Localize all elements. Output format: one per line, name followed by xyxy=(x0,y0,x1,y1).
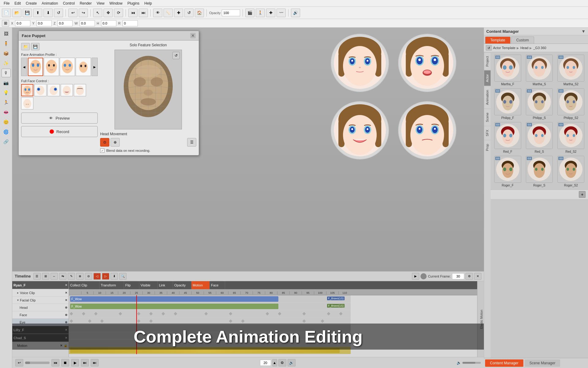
walk-btn[interactable]: 🚶 xyxy=(256,9,265,17)
menu-help[interactable]: Help xyxy=(142,1,154,6)
control-left-eye[interactable] xyxy=(34,84,47,96)
track-eye-icon[interactable]: ✕ xyxy=(65,283,67,287)
save-btn[interactable]: 💾 xyxy=(23,9,32,17)
opacity-input[interactable] xyxy=(222,10,240,16)
bottom-tab-scene-manager[interactable]: Scene Manager xyxy=(525,359,560,367)
volume-slider[interactable] xyxy=(462,362,481,364)
sidebar-scene[interactable]: 🖼 xyxy=(2,29,11,38)
add-content-btn[interactable]: + xyxy=(579,191,586,198)
sidebar-face[interactable]: 😊 xyxy=(2,118,11,126)
col-motion[interactable]: Motion xyxy=(191,281,210,289)
transport-loop-btn[interactable]: ↩ xyxy=(15,359,23,366)
menu-view[interactable]: View xyxy=(94,1,107,6)
control-eyebrow[interactable] xyxy=(74,84,86,96)
sidebar-particle[interactable]: ✨ xyxy=(2,59,11,67)
sidebar-camera[interactable]: 📷 xyxy=(2,79,11,87)
col-transform[interactable]: Transform xyxy=(100,281,124,289)
tl-btn-6[interactable]: ⊕ xyxy=(76,273,84,280)
menu-edit[interactable]: Edit xyxy=(12,1,23,6)
rotate-btn[interactable]: ⟳ xyxy=(114,9,123,17)
next-frame-btn[interactable]: ⏭ xyxy=(139,9,148,17)
open-btn[interactable]: 📂 xyxy=(12,9,21,17)
tl-btn-3[interactable]: ↔ xyxy=(51,273,58,280)
preview-btn[interactable]: 👁 Preview xyxy=(21,113,98,124)
tl-play-btn[interactable]: ▶ xyxy=(412,273,419,280)
head-move-cross-btn[interactable]: ⊕ xyxy=(111,138,120,147)
menu-file[interactable]: File xyxy=(1,1,12,6)
select-btn[interactable]: ↖ xyxy=(93,9,102,17)
record-btn[interactable]: Record xyxy=(21,126,98,137)
tl-btn-1[interactable]: ☰ xyxy=(33,273,41,280)
vtab-project[interactable]: Project xyxy=(484,52,491,70)
fps-up-btn[interactable]: ▲ xyxy=(272,359,277,366)
vtab-actor[interactable]: Actor xyxy=(484,70,491,86)
tl-btn-7[interactable]: ⊖ xyxy=(85,273,92,280)
move-btn[interactable]: ✥ xyxy=(104,9,113,17)
item-philipp-f[interactable]: G3 Philipp_F xyxy=(493,88,522,120)
col-link[interactable]: Link xyxy=(158,281,173,289)
y-input[interactable] xyxy=(36,20,52,26)
item-red-s2[interactable]: G3 Red_S2 xyxy=(556,122,586,153)
transport-next-btn[interactable]: ⏭ xyxy=(81,359,89,366)
w-input[interactable] xyxy=(80,20,95,26)
z-input[interactable] xyxy=(57,20,73,26)
tab-custom[interactable]: Custom xyxy=(511,36,534,44)
bone-btn[interactable]: 🦴 xyxy=(164,9,173,17)
item-roger-s[interactable]: G3 Roger_S xyxy=(525,156,554,187)
item-red-f[interactable]: G3 Red_F xyxy=(493,122,522,153)
menu-plugins[interactable]: Plugins xyxy=(125,1,142,6)
transport-stop-btn[interactable]: ⏹ xyxy=(61,359,69,366)
breadcrumb-g3-360[interactable]: _G3 360 xyxy=(533,46,546,50)
sidebar-constraint[interactable]: 🔗 xyxy=(2,137,11,146)
mask-btn[interactable]: 👁 xyxy=(153,9,162,17)
facial-eye-icon[interactable]: ✕ xyxy=(65,298,67,302)
item-roger-s2[interactable]: G3 Roger_S2 xyxy=(556,156,586,187)
tl-keyframe-in-btn[interactable]: ◁ xyxy=(93,273,101,280)
tl-zoom-in-btn[interactable]: 🔍 xyxy=(119,273,126,280)
breadcrumb-head[interactable]: Head xyxy=(520,46,528,50)
item-martha-f[interactable]: G3 Martha_F xyxy=(493,55,522,86)
tab-template[interactable]: Template xyxy=(485,36,511,44)
undo-redirect-btn[interactable]: ↺ xyxy=(54,9,63,17)
tl-btn-5[interactable]: ✎ xyxy=(68,273,75,280)
col-collect-clip[interactable]: Collect Clip xyxy=(69,281,100,289)
x-input[interactable] xyxy=(15,20,30,26)
control-mouth[interactable] xyxy=(61,84,73,96)
undo-btn[interactable]: ↩ xyxy=(68,9,77,17)
facial-clip-block[interactable]: F_Wow xyxy=(70,304,278,309)
dialog-close-btn[interactable]: ✕ xyxy=(190,33,196,38)
pivot-btn[interactable]: ✚ xyxy=(174,9,183,17)
fps-input[interactable] xyxy=(260,360,271,366)
vtab-sfx[interactable]: SFX xyxy=(484,126,491,140)
grid-btn[interactable]: ⊞ xyxy=(2,20,9,27)
voice-eye-icon[interactable]: ✕ xyxy=(65,291,67,294)
head-eye-icon[interactable]: ⊗ xyxy=(65,306,67,309)
wave-btn[interactable]: 〰 xyxy=(277,9,286,17)
breadcrumb-actor-template[interactable]: Actor Template xyxy=(493,46,515,50)
sidebar-audio[interactable]: 🎙 xyxy=(2,69,11,77)
r-input[interactable] xyxy=(123,20,138,26)
sidebar-lip[interactable]: 👄 xyxy=(2,108,11,117)
refresh-btn[interactable]: ↺ xyxy=(172,52,180,59)
menu-animation[interactable]: Animation xyxy=(39,1,60,6)
reset-btn[interactable]: ↺ xyxy=(184,9,194,17)
menu-control[interactable]: Control xyxy=(60,1,77,6)
menu-window[interactable]: Window xyxy=(107,1,125,6)
sidebar-spring[interactable]: 🌀 xyxy=(2,128,11,136)
record-scene-btn[interactable]: 🎬 xyxy=(245,9,254,17)
save-profile-btn[interactable]: 💾 xyxy=(31,43,40,50)
head-move-circle-btn[interactable]: ⊙ xyxy=(100,138,109,147)
tl-btn-2[interactable]: ⊞ xyxy=(42,273,49,280)
item-red-s[interactable]: G3 Red_S xyxy=(525,122,554,153)
blend-checkbox[interactable]: ✓ xyxy=(100,148,104,153)
tl-keyframe-out-btn[interactable]: ▷ xyxy=(102,273,109,280)
sidebar-actor[interactable]: 🧍 xyxy=(2,39,11,48)
head-move-list-btn[interactable]: ☰ xyxy=(187,138,196,147)
import-btn[interactable]: ⬇ xyxy=(43,9,53,17)
transport-end-btn[interactable]: ⏭ xyxy=(91,359,99,366)
col-flip[interactable]: Flip xyxy=(124,281,139,289)
transport-prev-btn[interactable]: ⏮ xyxy=(51,359,59,366)
sidebar-prop[interactable]: 📦 xyxy=(2,49,11,58)
vtab-scene[interactable]: Scene xyxy=(484,109,491,126)
breadcrumb-back-btn[interactable]: ↺ xyxy=(486,45,492,51)
